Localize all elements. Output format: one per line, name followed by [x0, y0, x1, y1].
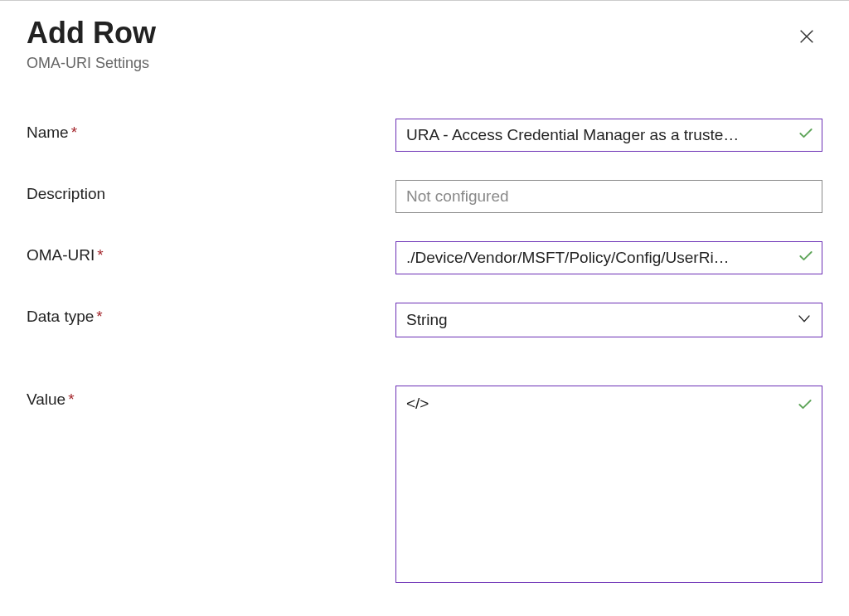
form: Name* Description OMA-URI: [27, 119, 822, 583]
required-asterisk: *: [71, 124, 77, 141]
value-textarea-wrap: [395, 386, 822, 583]
data-type-select[interactable]: String: [395, 303, 822, 337]
header-text-block: Add Row OMA-URI Settings: [27, 16, 156, 72]
close-icon: [798, 36, 816, 48]
panel-subtitle: OMA-URI Settings: [27, 55, 156, 72]
oma-uri-label: OMA-URI*: [27, 241, 395, 264]
form-row-description: Description: [27, 180, 822, 213]
data-type-selected-value: String: [406, 311, 448, 329]
form-row-name: Name*: [27, 119, 822, 152]
form-row-oma-uri: OMA-URI*: [27, 241, 822, 274]
form-row-data-type: Data type* String: [27, 303, 822, 337]
required-asterisk: *: [68, 390, 74, 408]
description-control: [395, 180, 822, 213]
value-label-text: Value: [27, 390, 65, 408]
form-row-value: Value*: [27, 386, 822, 583]
name-label-text: Name: [27, 124, 69, 141]
description-input[interactable]: [395, 180, 822, 213]
value-control: [395, 386, 822, 583]
required-asterisk: *: [97, 246, 103, 264]
oma-uri-input[interactable]: [395, 241, 822, 274]
description-label: Description: [27, 180, 395, 203]
add-row-panel: Add Row OMA-URI Settings Name*: [0, 1, 849, 598]
value-label: Value*: [27, 386, 395, 409]
close-button[interactable]: [791, 21, 822, 55]
chevron-down-icon: [797, 311, 812, 330]
oma-uri-control: [395, 241, 822, 274]
value-textarea[interactable]: [396, 386, 822, 579]
name-input[interactable]: [395, 119, 822, 152]
data-type-label-text: Data type: [27, 308, 94, 325]
data-type-label: Data type*: [27, 303, 395, 326]
data-type-control: String: [395, 303, 822, 337]
panel-title: Add Row: [27, 16, 156, 50]
required-asterisk: *: [96, 308, 102, 325]
oma-uri-label-text: OMA-URI: [27, 246, 95, 264]
name-control: [395, 119, 822, 152]
description-label-text: Description: [27, 185, 105, 202]
panel-header: Add Row OMA-URI Settings: [27, 16, 822, 72]
name-label: Name*: [27, 119, 395, 142]
